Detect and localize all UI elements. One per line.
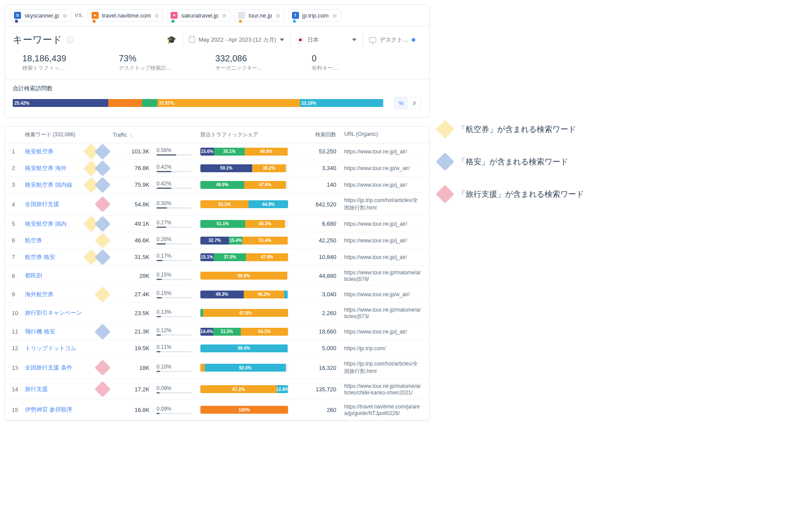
keyword-link[interactable]: 航空券 — [25, 237, 42, 245]
organic-url[interactable]: https://www.tour.ne.jp/matome/articles/j… — [344, 270, 421, 282]
competitor-chip[interactable]: S skyscanner.jp ⊗ — [10, 9, 71, 21]
series-color-dot — [93, 20, 96, 23]
country-picker[interactable]: 日本 — [290, 33, 363, 46]
organic-url[interactable]: https://www.tour.ne.jp/w_air/ — [344, 165, 410, 171]
keyword-link[interactable]: 格安航空券 国内線 — [25, 181, 72, 189]
organic-url[interactable]: https://jp.trip.com/hot/articles/全国旅行割.h… — [344, 197, 418, 211]
legend-diamond-icon — [436, 185, 454, 203]
keyword-link[interactable]: 全国旅行支援 — [25, 200, 59, 208]
share-segment: 31.5% — [213, 328, 241, 336]
search-count-value: 16,320 — [319, 365, 336, 371]
tag-yellow-icon — [95, 286, 111, 302]
traffic-pct-value: 0.56% — [157, 147, 200, 153]
metric-value: 18,186,439 — [22, 53, 93, 64]
competitor-label: travel.navitime.com — [102, 12, 151, 19]
keyword-link[interactable]: 格安航空券 国内 — [25, 220, 67, 228]
traffic-pct-value: 0.27% — [157, 220, 200, 226]
organic-url[interactable]: https://www.tour.ne.jp/j_air/ — [344, 238, 407, 244]
header-count[interactable]: 検索回数 — [301, 131, 336, 138]
vs-label: VS. — [75, 13, 84, 18]
organic-url[interactable]: https://www.tour.ne.jp/j_air/ — [344, 329, 407, 335]
info-icon[interactable]: i — [67, 36, 74, 43]
header-traffic-label: Traffic — [113, 132, 127, 138]
organic-url[interactable]: https://jp.trip.com/ — [344, 345, 386, 351]
share-segment: 14.4% — [200, 328, 213, 336]
metric-item: 332,086 オーガニックキー… — [215, 53, 285, 72]
traffic-pct-value: 0.15% — [157, 272, 200, 278]
date-range-picker[interactable]: May 2022 - Apr 2023 (12 カ月) — [182, 33, 290, 46]
total-bar-segment: 22.18% — [300, 99, 383, 107]
traffic-value: 28K — [113, 273, 157, 279]
traffic-pct-value: 0.42% — [157, 181, 200, 187]
legend-diamond-icon — [436, 120, 454, 138]
toggle-percent-button[interactable]: % — [395, 97, 408, 109]
chevron-down-icon — [352, 39, 356, 41]
row-rank: 7 — [12, 254, 25, 260]
keyword-link[interactable]: 全国旅行支援 条件 — [25, 364, 72, 372]
competitor-chip[interactable]: T jp.trip.com ⊗ — [288, 9, 341, 21]
organic-url[interactable]: https://travel.navitime.com/ja/area/jp/g… — [344, 404, 420, 416]
device-label: デスクト… — [380, 36, 408, 44]
traffic-pct-value: 0.09% — [157, 385, 200, 391]
calendar-icon — [189, 37, 195, 43]
keyword-link[interactable]: 海外航空券 — [25, 291, 53, 298]
keyword-link[interactable]: 航空券 格安 — [25, 253, 55, 261]
keyword-link[interactable]: 旅行割引キャンペーン — [25, 309, 82, 317]
metric-label: 検索トラフィッ… — [22, 64, 93, 72]
header-url[interactable]: URL (Organic) — [336, 131, 422, 138]
competitor-chip[interactable]: ● travel.navitime.com ⊗ — [88, 9, 164, 21]
organic-url[interactable]: https://www.tour.ne.jp/matome/articles/j… — [344, 307, 421, 319]
tag-blue-icon — [95, 249, 111, 265]
traffic-pct-bar — [157, 371, 192, 372]
tag-blue-icon — [95, 160, 111, 176]
organic-url[interactable]: https://www.tour.ne.jp/j_air/ — [344, 149, 407, 155]
keyword-link[interactable]: 飛行機 格安 — [25, 328, 55, 336]
header-keyword[interactable]: 検索ワード (332,086) — [25, 131, 113, 138]
organic-url[interactable]: https://www.tour.ne.jp/matome/articles/c… — [344, 383, 421, 396]
remove-competitor-icon[interactable]: ⊗ — [276, 12, 281, 19]
keyword-link[interactable]: 伊勢神宮 参拝順序 — [25, 406, 72, 414]
device-picker[interactable]: デスクト… — [363, 33, 421, 46]
keyword-link[interactable]: 格安航空券 海外 — [25, 164, 67, 172]
site-favicon — [238, 12, 245, 19]
remove-competitor-icon[interactable]: ⊗ — [63, 12, 68, 19]
traffic-pct-value: 0.09% — [157, 406, 200, 412]
traffic-pct-bar — [157, 207, 192, 209]
traffic-pct-value: 0.11% — [157, 344, 200, 350]
keyword-link[interactable]: 都民割 — [25, 272, 42, 280]
flag-jp-icon — [297, 36, 304, 43]
row-rank: 8 — [12, 273, 25, 279]
organic-url[interactable]: https://www.tour.ne.jp/j_air/ — [344, 254, 407, 260]
traffic-value: 46.6K — [113, 237, 157, 244]
table-header: 検索ワード (332,086) Traffic ↓ 競合トラフィックシェア 検索… — [5, 127, 429, 143]
competitor-chip[interactable]: tour.ne.jp ⊗ — [234, 9, 285, 21]
search-count-value: 642,520 — [316, 201, 336, 208]
competitor-chip[interactable]: ♥ sakuratravel.jp ⊗ — [167, 9, 231, 21]
share-segment: 32.7% — [200, 237, 229, 245]
metric-value: 73% — [119, 53, 189, 64]
keyword-link[interactable]: 旅行支援 — [25, 385, 48, 393]
share-segment: 54.1% — [241, 328, 288, 336]
metric-item: 0 有料キー… — [312, 53, 382, 72]
table-row: 9 海外航空券 27.4K 0.15% 49.3%46.2% 3,040 htt… — [5, 286, 429, 303]
organic-url[interactable]: https://jp.trip.com/hot/articles/全国旅行割.h… — [344, 361, 418, 374]
traffic-value: 19.5K — [113, 345, 157, 351]
organic-url[interactable]: https://www.tour.ne.jp/j_air/ — [344, 182, 407, 188]
row-rank: 15 — [12, 407, 25, 413]
remove-competitor-icon[interactable]: ⊗ — [222, 12, 227, 19]
keyword-link[interactable]: 格安航空券 — [25, 148, 53, 156]
organic-url[interactable]: https://www.tour.ne.jp/j_air/ — [344, 221, 407, 227]
toggle-count-button[interactable]: # — [408, 97, 421, 109]
table-row: 8 都民割 28K 0.15% 99.0% 44,880 https://www… — [5, 266, 429, 286]
search-count-value: 10,840 — [319, 254, 336, 260]
header-share[interactable]: 競合トラフィックシェア — [200, 131, 301, 138]
sort-descending-icon: ↓ — [130, 132, 132, 138]
education-button[interactable]: 🎓 — [160, 32, 182, 47]
keyword-link[interactable]: トリップドットコム — [25, 344, 76, 352]
remove-competitor-icon[interactable]: ⊗ — [332, 12, 337, 19]
competitors-row: S skyscanner.jp ⊗ VS. ● travel.navitime.… — [5, 5, 429, 26]
organic-url[interactable]: https://www.tour.ne.jp/w_air/ — [344, 291, 410, 298]
header-traffic[interactable]: Traffic ↓ — [113, 131, 157, 138]
remove-competitor-icon[interactable]: ⊗ — [154, 12, 159, 19]
legend-diamond-icon — [436, 153, 454, 171]
